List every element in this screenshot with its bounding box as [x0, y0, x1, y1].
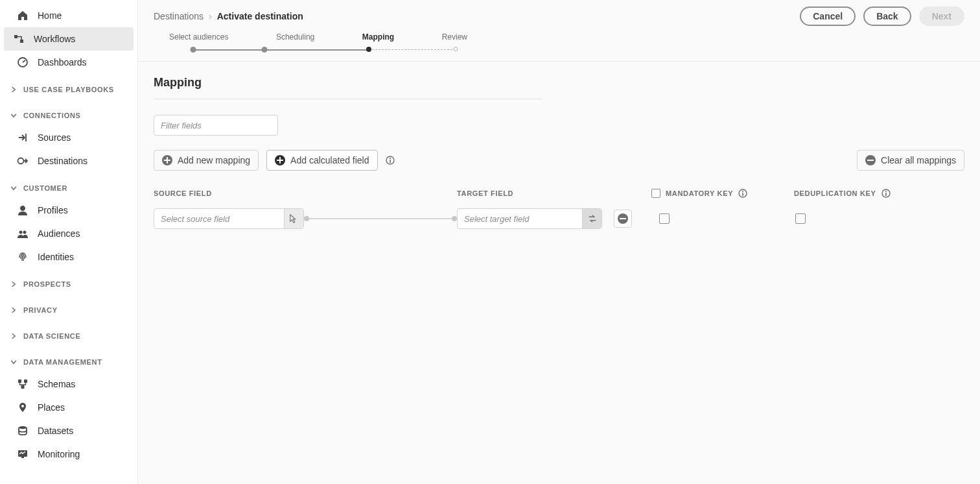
nav-destinations[interactable]: Destinations	[0, 149, 137, 173]
mandatory-key-header-checkbox[interactable]	[651, 189, 660, 198]
cursor-icon[interactable]	[284, 209, 303, 228]
schemas-icon	[17, 378, 29, 390]
svg-rect-18	[620, 218, 626, 219]
nav-workflows[interactable]: Workflows	[4, 27, 134, 51]
breadcrumb-current: Activate destination	[217, 11, 303, 21]
topbar: Destinations › Activate destination Canc…	[138, 0, 980, 32]
step-dot-active	[366, 47, 371, 52]
mapping-row: Select source field Select target field	[154, 208, 964, 229]
page-title: Mapping	[154, 76, 964, 90]
swap-icon[interactable]	[582, 209, 601, 228]
next-button: Next	[919, 6, 964, 26]
nav-label: Home	[38, 10, 62, 21]
in-arrow-icon	[17, 132, 29, 143]
title-divider	[154, 99, 542, 99]
nav-datasets[interactable]: Datasets	[0, 419, 137, 442]
monitoring-icon	[17, 448, 29, 460]
info-icon[interactable]	[738, 189, 747, 198]
sidebar: Home Workflows Dashboards USE CASE PLAYB…	[0, 0, 138, 484]
step-select-audiences[interactable]: Select audiences	[169, 32, 228, 42]
back-button[interactable]: Back	[863, 6, 911, 26]
section-use-case-playbooks[interactable]: USE CASE PLAYBOOKS	[0, 79, 137, 100]
section-connections[interactable]: CONNECTIONS	[0, 105, 137, 126]
mapping-columns-header: Source Field Target Field Mandatory Key …	[154, 189, 964, 198]
nav-label: Dashboards	[38, 57, 87, 67]
step-mapping[interactable]: Mapping	[362, 32, 394, 42]
add-calculated-field-button[interactable]: Add calculated field	[266, 150, 377, 171]
chevron-down-icon	[9, 184, 18, 193]
mapping-connector	[304, 216, 457, 221]
nav-audiences[interactable]: Audiences	[0, 222, 137, 245]
plus-icon	[162, 155, 172, 165]
mandatory-key-checkbox[interactable]	[659, 213, 670, 224]
dedup-key-checkbox[interactable]	[795, 213, 806, 224]
places-icon	[17, 402, 29, 413]
section-customer[interactable]: CUSTOMER	[0, 178, 137, 199]
nav-home[interactable]: Home	[0, 4, 137, 27]
workflow-icon	[13, 33, 25, 45]
chevron-right-icon	[9, 280, 18, 289]
dashboard-icon	[17, 56, 29, 68]
nav-schemas[interactable]: Schemas	[0, 372, 137, 396]
nav-profiles[interactable]: Profiles	[0, 199, 137, 222]
step-dot-future	[453, 47, 458, 51]
audiences-icon	[17, 228, 29, 239]
step-dot	[190, 47, 196, 53]
info-icon[interactable]	[881, 189, 891, 198]
nav-places[interactable]: Places	[0, 396, 137, 419]
plus-icon	[275, 155, 285, 165]
col-dedup-key: Deduplication Key	[794, 189, 876, 197]
chevron-down-icon	[9, 111, 18, 120]
chevron-right-icon	[9, 85, 18, 94]
col-target-field: Target Field	[457, 189, 651, 197]
nav-dashboards[interactable]: Dashboards	[0, 51, 137, 74]
section-prospects[interactable]: PROSPECTS	[0, 274, 137, 295]
section-data-management[interactable]: DATA MANAGEMENT	[0, 352, 137, 372]
section-data-science[interactable]: DATA SCIENCE	[0, 326, 137, 346]
chevron-down-icon	[9, 357, 18, 367]
profile-icon	[17, 204, 29, 216]
step-scheduling[interactable]: Scheduling	[276, 32, 314, 42]
chevron-right-icon: ›	[209, 11, 212, 21]
minus-icon	[618, 213, 628, 224]
section-privacy[interactable]: PRIVACY	[0, 300, 137, 321]
nav-label: Workflows	[34, 34, 75, 44]
main-content: Destinations › Activate destination Canc…	[138, 0, 980, 484]
clear-all-mappings-button[interactable]: Clear all mappings	[857, 150, 964, 171]
step-dot	[262, 47, 268, 53]
home-icon	[17, 10, 29, 21]
fingerprint-icon	[17, 251, 29, 263]
minus-icon	[865, 155, 876, 165]
remove-mapping-button[interactable]	[614, 210, 632, 228]
info-icon[interactable]	[386, 156, 395, 165]
chevron-right-icon	[9, 332, 18, 341]
wizard-stepper: Select audiences Scheduling Mapping Revi…	[138, 32, 980, 58]
col-mandatory-key: Mandatory Key	[666, 189, 733, 197]
step-review: Review	[442, 32, 467, 42]
svg-rect-17	[867, 160, 874, 161]
datasets-icon	[17, 425, 29, 437]
breadcrumb-parent[interactable]: Destinations	[154, 11, 204, 21]
nav-monitoring[interactable]: Monitoring	[0, 442, 137, 466]
out-arrow-icon	[17, 155, 29, 167]
col-source-field: Source Field	[154, 189, 457, 197]
filter-fields-input[interactable]	[154, 115, 278, 136]
target-field-select[interactable]: Select target field	[457, 208, 602, 229]
nav-sources[interactable]: Sources	[0, 126, 137, 149]
nav-identities[interactable]: Identities	[0, 245, 137, 269]
source-field-select[interactable]: Select source field	[154, 208, 304, 229]
breadcrumb: Destinations › Activate destination	[154, 11, 303, 21]
cancel-button[interactable]: Cancel	[800, 6, 856, 26]
add-new-mapping-button[interactable]: Add new mapping	[154, 150, 259, 171]
chevron-right-icon	[9, 306, 18, 315]
